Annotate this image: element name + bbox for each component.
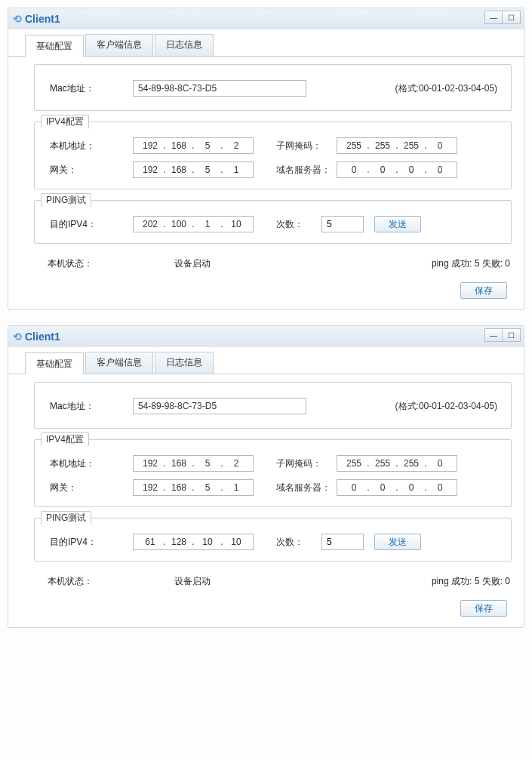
send-button[interactable]: 发送	[374, 216, 421, 232]
dns-input[interactable]: 0. 0. 0. 0	[337, 162, 457, 178]
count-label: 次数：	[276, 536, 321, 549]
mask-input[interactable]: 255. 255. 255. 0	[337, 137, 457, 154]
gateway-label: 网关：	[50, 482, 133, 494]
mask-input[interactable]: 255. 255. 255. 0	[337, 455, 457, 472]
status-row: 本机状态： 设备启动 ping 成功: 5 失败: 0	[34, 572, 512, 588]
mac-label: Mac地址：	[50, 82, 133, 95]
host-status-value: 设备启动	[174, 257, 211, 270]
maximize-button[interactable]: ☐	[503, 11, 521, 24]
save-button[interactable]: 保存	[460, 282, 507, 299]
tab-log-info[interactable]: 日志信息	[155, 34, 214, 56]
mac-label: Mac地址：	[50, 400, 133, 413]
host-ip-input[interactable]: 192. 168. 5. 2	[133, 137, 254, 154]
host-status-label: 本机状态：	[48, 257, 93, 270]
titlebar[interactable]: ⟲ Client1 — ☐	[8, 326, 524, 347]
host-status-value: 设备启动	[174, 575, 211, 588]
host-ip-label: 本机地址：	[50, 457, 133, 470]
gateway-input[interactable]: 192. 168. 5. 1	[133, 479, 254, 496]
dns-label: 域名服务器：	[276, 482, 337, 494]
group-ipv4: IPV4配置 本机地址： 192. 168. 5. 2 子网掩码： 255. 2…	[34, 122, 512, 189]
ipv4-legend: IPV4配置	[41, 115, 89, 128]
tab-basic-config[interactable]: 基础配置	[25, 35, 84, 57]
ipv4-legend: IPV4配置	[41, 432, 89, 446]
window-controls: — ☐	[484, 328, 521, 342]
dest-ip-label: 目的IPV4：	[50, 218, 133, 231]
tab-log-info[interactable]: 日志信息	[155, 352, 214, 374]
maximize-button[interactable]: ☐	[503, 328, 521, 342]
mac-hint: (格式:00-01-02-03-04-05)	[395, 82, 497, 95]
app-icon: ⟲	[13, 331, 22, 343]
ping-legend: PING测试	[41, 511, 91, 525]
group-mac: Mac地址： (格式:00-01-02-03-04-05)	[34, 382, 512, 429]
window-title: Client1	[25, 331, 60, 343]
mac-input[interactable]	[133, 398, 306, 414]
dns-label: 域名服务器：	[276, 164, 337, 177]
count-input[interactable]	[321, 534, 364, 550]
tab-basic-config[interactable]: 基础配置	[25, 352, 84, 374]
tab-client-info[interactable]: 客户端信息	[85, 352, 153, 374]
tab-strip: 基础配置 客户端信息 日志信息	[8, 29, 524, 57]
mac-hint: (格式:00-01-02-03-04-05)	[395, 400, 497, 413]
mask-label: 子网掩码：	[276, 140, 337, 152]
minimize-button[interactable]: —	[484, 11, 503, 24]
dest-ip-input[interactable]: 61. 128. 10. 10	[133, 534, 254, 550]
ping-result: ping 成功: 5 失败: 0	[432, 257, 510, 270]
save-button[interactable]: 保存	[460, 600, 507, 617]
dest-ip-input[interactable]: 202. 100. 1. 10	[133, 216, 254, 232]
titlebar[interactable]: ⟲ Client1 — ☐	[8, 8, 524, 29]
window-client-0: ⟲ Client1 — ☐ 基础配置 客户端信息 日志信息 Mac地址： (格式…	[8, 8, 524, 310]
group-ping: PING测试 目的IPV4： 202. 100. 1. 10 次数： 发送	[34, 200, 512, 244]
pane-basic-config: Mac地址： (格式:00-01-02-03-04-05) IPV4配置 本机地…	[8, 57, 524, 309]
dest-ip-label: 目的IPV4：	[50, 536, 133, 549]
ping-legend: PING测试	[41, 193, 91, 207]
send-button[interactable]: 发送	[374, 534, 421, 550]
mac-input[interactable]	[133, 80, 306, 97]
gateway-label: 网关：	[50, 164, 133, 177]
host-status-label: 本机状态：	[48, 575, 93, 588]
group-ping: PING测试 目的IPV4： 61. 128. 10. 10 次数： 发送	[34, 518, 512, 562]
app-icon: ⟲	[13, 13, 22, 25]
status-row: 本机状态： 设备启动 ping 成功: 5 失败: 0	[34, 254, 512, 270]
dns-input[interactable]: 0. 0. 0. 0	[337, 479, 457, 496]
window-client-1: ⟲ Client1 — ☐ 基础配置 客户端信息 日志信息 Mac地址： (格式…	[8, 325, 524, 628]
mask-label: 子网掩码：	[276, 457, 337, 470]
group-mac: Mac地址： (格式:00-01-02-03-04-05)	[34, 64, 512, 111]
ping-result: ping 成功: 5 失败: 0	[432, 575, 510, 588]
count-input[interactable]	[321, 216, 364, 232]
gateway-input[interactable]: 192. 168. 5. 1	[133, 162, 254, 178]
window-controls: — ☐	[484, 11, 521, 24]
pane-basic-config: Mac地址： (格式:00-01-02-03-04-05) IPV4配置 本机地…	[8, 374, 524, 627]
host-ip-input[interactable]: 192. 168. 5. 2	[133, 455, 254, 472]
group-ipv4: IPV4配置 本机地址： 192. 168. 5. 2 子网掩码： 255. 2…	[34, 439, 512, 507]
count-label: 次数：	[276, 218, 321, 231]
tab-strip: 基础配置 客户端信息 日志信息	[8, 347, 524, 374]
window-title: Client1	[25, 13, 60, 25]
host-ip-label: 本机地址：	[50, 140, 133, 152]
tab-client-info[interactable]: 客户端信息	[85, 34, 153, 56]
minimize-button[interactable]: —	[484, 328, 503, 342]
